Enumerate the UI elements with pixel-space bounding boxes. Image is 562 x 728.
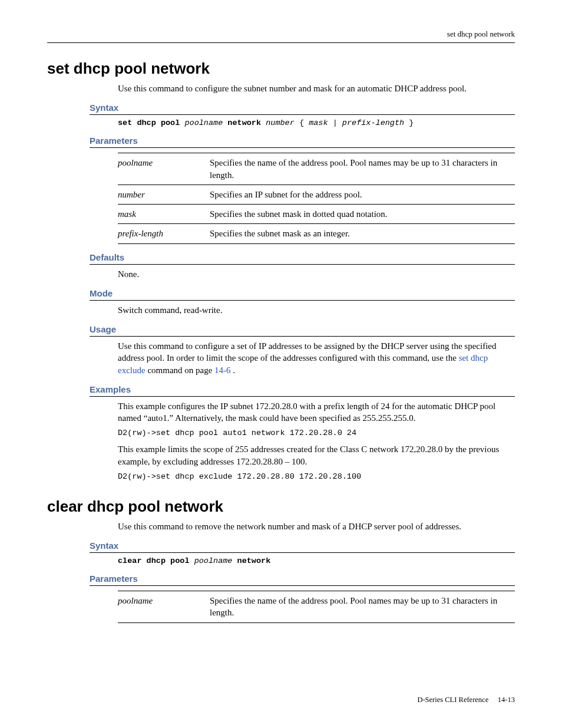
param-name: poolname bbox=[118, 591, 210, 623]
syntax-brace: { bbox=[299, 118, 304, 127]
cmd2-intro: Use this command to remove the network n… bbox=[118, 521, 515, 532]
param-name: number bbox=[118, 185, 210, 204]
param-name: poolname bbox=[118, 153, 210, 185]
syntax-brace: } bbox=[409, 118, 414, 127]
syntax-arg: mask bbox=[309, 118, 328, 127]
cmd2-title: clear dhcp pool network bbox=[47, 498, 515, 516]
syntax-arg: prefix-length bbox=[342, 118, 404, 127]
cmd1-mode-body: Switch command, read-write. bbox=[118, 304, 515, 316]
cmd1-usage-heading: Usage bbox=[90, 324, 515, 337]
syntax-keyword: network bbox=[227, 118, 261, 127]
cmd1-parameters-heading: Parameters bbox=[90, 136, 515, 148]
table-row: poolname Specifies the name of the addre… bbox=[118, 153, 515, 185]
param-desc: Specifies the subnet mask in dotted quad… bbox=[210, 205, 515, 224]
cmd1-examples-heading: Examples bbox=[90, 384, 515, 397]
table-row: poolname Specifies the name of the addre… bbox=[118, 591, 515, 623]
table-row: number Specifies an IP subnet for the ad… bbox=[118, 185, 515, 204]
cmd1-defaults-heading: Defaults bbox=[90, 252, 515, 265]
cmd2-syntax: clear dhcp pool poolname network bbox=[118, 556, 515, 565]
param-name: prefix-length bbox=[118, 224, 210, 243]
running-header: set dhcp pool network bbox=[47, 29, 515, 43]
cmd2-parameters-heading: Parameters bbox=[90, 574, 515, 586]
syntax-keyword: network bbox=[237, 556, 271, 565]
param-desc: Specifies the subnet mask as an integer. bbox=[210, 224, 515, 243]
cmd2-parameters-table: poolname Specifies the name of the addre… bbox=[118, 591, 515, 623]
param-desc: Specifies an IP subnet for the address p… bbox=[210, 185, 515, 204]
usage-text: command on page bbox=[147, 365, 214, 375]
usage-pageref[interactable]: 14-6 bbox=[214, 365, 231, 375]
syntax-arg: poolname bbox=[184, 118, 223, 127]
param-desc: Specifies the name of the address pool. … bbox=[210, 591, 515, 623]
syntax-arg: poolname bbox=[194, 556, 233, 565]
param-desc: Specifies the name of the address pool. … bbox=[210, 153, 515, 185]
cmd1-intro: Use this command to configure the subnet… bbox=[118, 83, 515, 94]
table-row: prefix-length Specifies the subnet mask … bbox=[118, 224, 515, 243]
syntax-keyword: set dhcp pool bbox=[118, 118, 180, 127]
cmd1-example-code2: D2(rw)->set dhcp exclude 172.20.28.80 17… bbox=[118, 472, 515, 481]
syntax-keyword: clear dhcp pool bbox=[118, 556, 190, 565]
cmd2-syntax-heading: Syntax bbox=[90, 541, 515, 553]
cmd1-mode-heading: Mode bbox=[90, 288, 515, 301]
footer-doc-title: D-Series CLI Reference bbox=[417, 696, 488, 704]
cmd1-example-p2: This example limits the scope of 255 add… bbox=[118, 443, 515, 467]
usage-text: Use this command to configure a set of I… bbox=[118, 341, 497, 363]
cmd1-example-p1: This example configures the IP subnet 17… bbox=[118, 400, 515, 424]
cmd1-usage-body: Use this command to configure a set of I… bbox=[118, 340, 515, 376]
page-footer: D-Series CLI Reference 14-13 bbox=[417, 696, 515, 704]
cmd1-defaults-body: None. bbox=[118, 268, 515, 280]
table-row: mask Specifies the subnet mask in dotted… bbox=[118, 205, 515, 224]
cmd1-syntax: set dhcp pool poolname network number { … bbox=[118, 118, 515, 127]
syntax-arg: number bbox=[266, 118, 295, 127]
cmd1-title: set dhcp pool network bbox=[47, 60, 515, 78]
cmd1-parameters-table: poolname Specifies the name of the addre… bbox=[118, 153, 515, 243]
param-name: mask bbox=[118, 205, 210, 224]
syntax-pipe: | bbox=[333, 118, 342, 127]
footer-page-number: 14-13 bbox=[498, 696, 515, 704]
cmd1-syntax-heading: Syntax bbox=[90, 103, 515, 115]
cmd1-example-code1: D2(rw)->set dhcp pool auto1 network 172.… bbox=[118, 429, 515, 437]
usage-text: . bbox=[233, 365, 235, 375]
